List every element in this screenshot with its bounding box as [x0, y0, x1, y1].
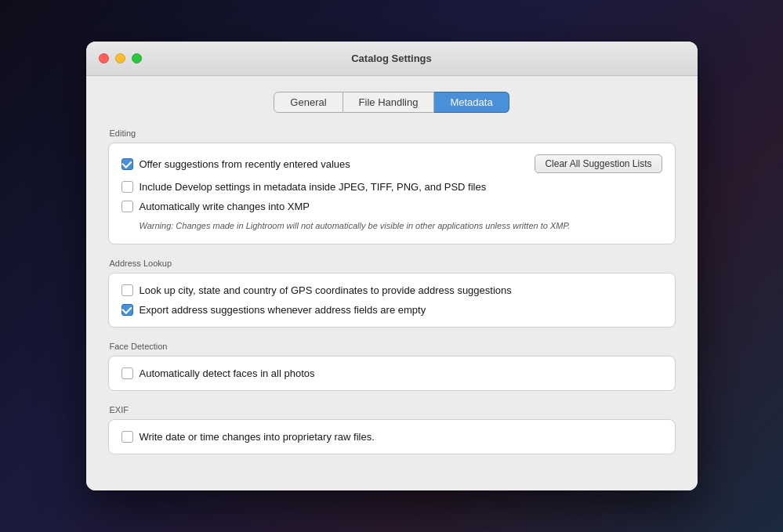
clear-all-suggestion-lists-button[interactable]: Clear All Suggestion Lists [535, 154, 662, 173]
auto-detect-faces-label: Automatically detect faces in all photos [140, 367, 662, 379]
xmp-warning-text: Warning: Changes made in Lightroom will … [140, 220, 662, 232]
include-develop-label: Include Develop settings in metadata ins… [140, 181, 662, 193]
auto-write-xmp-label: Automatically write changes into XMP [140, 201, 662, 212]
lookup-city-checkbox[interactable] [121, 284, 133, 296]
offer-suggestions-label: Offer suggestions from recently entered … [140, 158, 529, 170]
maximize-button[interactable] [132, 53, 142, 63]
auto-write-xmp-checkbox[interactable] [121, 201, 133, 212]
auto-detect-faces-checkbox[interactable] [121, 367, 133, 379]
lookup-city-row: Look up city, state and country of GPS c… [121, 284, 662, 296]
face-detection-section: Face Detection Automatically detect face… [108, 342, 676, 391]
export-address-label: Export address suggestions whenever addr… [140, 304, 662, 316]
write-date-raw-label: Write date or time changes into propriet… [140, 431, 662, 443]
lookup-city-label: Look up city, state and country of GPS c… [140, 284, 662, 296]
auto-detect-faces-row: Automatically detect faces in all photos [121, 367, 662, 379]
address-lookup-section: Address Lookup Look up city, state and c… [108, 259, 676, 328]
face-detection-section-box: Automatically detect faces in all photos [108, 356, 676, 391]
traffic-lights [99, 53, 142, 63]
address-lookup-section-label: Address Lookup [108, 259, 676, 268]
auto-write-xmp-row: Automatically write changes into XMP [121, 201, 662, 212]
write-date-raw-checkbox[interactable] [121, 431, 133, 443]
address-lookup-section-box: Look up city, state and country of GPS c… [108, 273, 676, 328]
minimize-button[interactable] [115, 53, 125, 63]
exif-section-box: Write date or time changes into propriet… [108, 419, 676, 454]
titlebar: Catalog Settings [86, 42, 698, 76]
editing-section-box: Offer suggestions from recently entered … [108, 143, 676, 244]
export-address-row: Export address suggestions whenever addr… [121, 304, 662, 316]
include-develop-row: Include Develop settings in metadata ins… [121, 181, 662, 193]
include-develop-checkbox[interactable] [121, 181, 133, 193]
window-title: Catalog Settings [351, 52, 432, 64]
tab-general[interactable]: General [274, 92, 343, 113]
export-address-checkbox[interactable] [121, 304, 133, 316]
catalog-settings-window: Catalog Settings General File Handling M… [86, 42, 698, 490]
offer-suggestions-checkbox[interactable] [121, 158, 133, 170]
tab-metadata[interactable]: Metadata [434, 92, 509, 113]
close-button[interactable] [99, 53, 109, 63]
write-date-raw-row: Write date or time changes into propriet… [121, 431, 662, 443]
tab-file-handling[interactable]: File Handling [343, 92, 435, 113]
editing-section-label: Editing [108, 128, 676, 138]
exif-section-label: EXIF [108, 405, 676, 414]
exif-section: EXIF Write date or time changes into pro… [108, 405, 676, 454]
tab-bar: General File Handling Metadata [108, 92, 676, 113]
window-content: General File Handling Metadata Editing O… [86, 76, 698, 490]
editing-section: Editing Offer suggestions from recently … [108, 128, 676, 244]
offer-suggestions-row: Offer suggestions from recently entered … [121, 154, 662, 173]
face-detection-section-label: Face Detection [108, 342, 676, 351]
